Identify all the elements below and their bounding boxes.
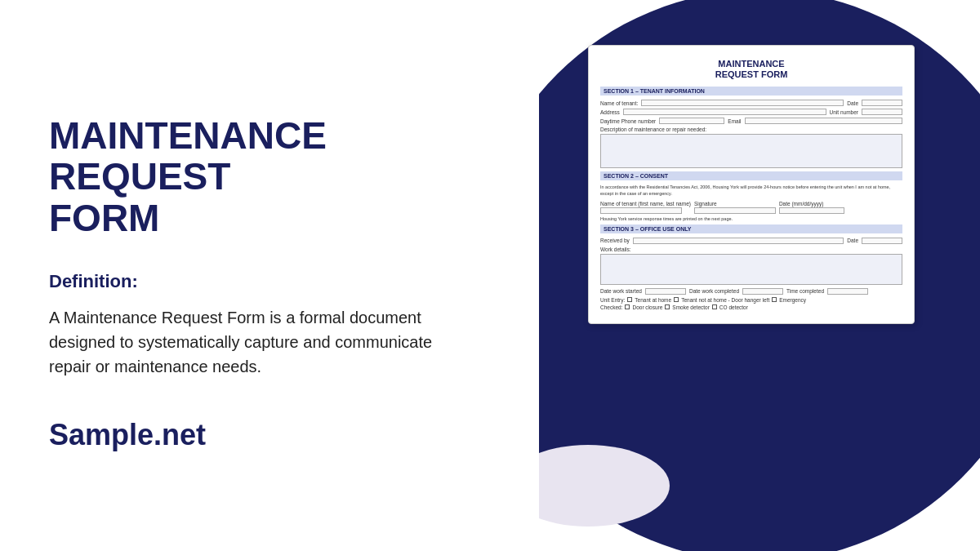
tenant-name-label: Name of tenant: [600, 100, 638, 106]
tenant-name-input [641, 100, 844, 106]
definition-heading: Definition: [49, 271, 490, 292]
section2-header: SECTION 2 – CONSENT [600, 171, 902, 180]
email-label: Email [728, 118, 741, 124]
tenant-home-checkbox [627, 297, 632, 302]
date-completed-label: Date work completed [689, 288, 739, 294]
consent-sig-label: Signature [694, 201, 776, 207]
phone-label: Daytime Phone number [600, 118, 656, 124]
door-closure-label: Door closure [632, 304, 662, 310]
work-details-label: Work details: [600, 247, 902, 252]
consent-sig-input [694, 207, 776, 214]
co-checkbox [712, 304, 717, 309]
consent-date-label: Date (mm/dd/yyyy) [779, 201, 844, 207]
work-details-textarea [600, 254, 902, 285]
consent-name-label: Name of tenant (first name, last name) [600, 201, 691, 207]
consent-name-input [600, 207, 682, 214]
definition-text: A Maintenance Request Form is a formal d… [49, 305, 441, 379]
address-label: Address [600, 109, 620, 115]
received-date-label: Date [847, 238, 858, 243]
date-started-input [645, 288, 686, 295]
description-label: Description of maintenance or repair nee… [600, 127, 902, 132]
checked-row: Checked: Door closure Smoke detector CO … [600, 304, 902, 310]
consent-date-input [779, 207, 844, 214]
date-completed-input [742, 288, 783, 295]
section3-header: SECTION 3 – OFFICE USE ONLY [600, 224, 902, 233]
address-row: Address Unit number [600, 109, 902, 115]
sign-sig-col: Signature [694, 201, 776, 214]
note-text: Housing York service response times are … [600, 216, 902, 221]
received-row: Received by Date [600, 238, 902, 244]
smoke-checkbox [665, 304, 670, 309]
tenant-not-home-label: Tenant not at home - Door hanger left [681, 297, 769, 303]
tenant-not-home-checkbox [674, 297, 679, 302]
date-input [862, 100, 902, 106]
main-title: MAINTENANCE REQUEST FORM [49, 115, 490, 239]
unit-label: Unit number [830, 109, 858, 115]
consent-text: In accordance with the Residential Tenan… [600, 184, 902, 197]
sign-row: Name of tenant (first name, last name) S… [600, 201, 902, 214]
received-by-input [633, 238, 844, 244]
left-panel: MAINTENANCE REQUEST FORM Definition: A M… [0, 0, 539, 551]
received-by-label: Received by [600, 238, 630, 243]
smoke-label: Smoke detector [672, 304, 710, 310]
sign-date-col: Date (mm/dd/yyyy) [779, 201, 844, 214]
phone-row: Daytime Phone number Email [600, 118, 902, 124]
time-completed-label: Time completed [786, 288, 824, 294]
description-textarea [600, 134, 902, 168]
unit-entry-label: Unit Entry: [600, 297, 625, 303]
address-input [623, 109, 826, 115]
dates-row: Date work started Date work completed Ti… [600, 288, 902, 295]
emergency-label: Emergency [779, 297, 806, 303]
tenant-home-label: Tenant at home [635, 297, 671, 303]
unit-entry-row: Unit Entry: Tenant at home Tenant not at… [600, 297, 902, 303]
unit-input [862, 109, 902, 115]
received-date-input [862, 238, 902, 244]
checked-label: Checked: [600, 304, 622, 310]
email-input [745, 118, 902, 124]
form-card-title: MAINTENANCE REQUEST FORM [600, 59, 902, 80]
door-closure-checkbox [625, 304, 630, 309]
tenant-name-row: Name of tenant: Date [600, 100, 902, 106]
sign-name-col: Name of tenant (first name, last name) [600, 201, 691, 214]
brand-name: Sample.net [49, 418, 490, 452]
date-started-label: Date work started [600, 288, 642, 294]
emergency-checkbox [772, 297, 777, 302]
co-label: CO detector [719, 304, 748, 310]
phone-input [659, 118, 724, 124]
date-label: Date [847, 100, 858, 106]
right-panel: MAINTENANCE REQUEST FORM SECTION 1 – TEN… [539, 0, 980, 551]
section1-header: SECTION 1 – TENANT INFORMATION [600, 87, 902, 96]
form-preview-card: MAINTENANCE REQUEST FORM SECTION 1 – TEN… [588, 45, 915, 324]
time-completed-input [827, 288, 868, 295]
